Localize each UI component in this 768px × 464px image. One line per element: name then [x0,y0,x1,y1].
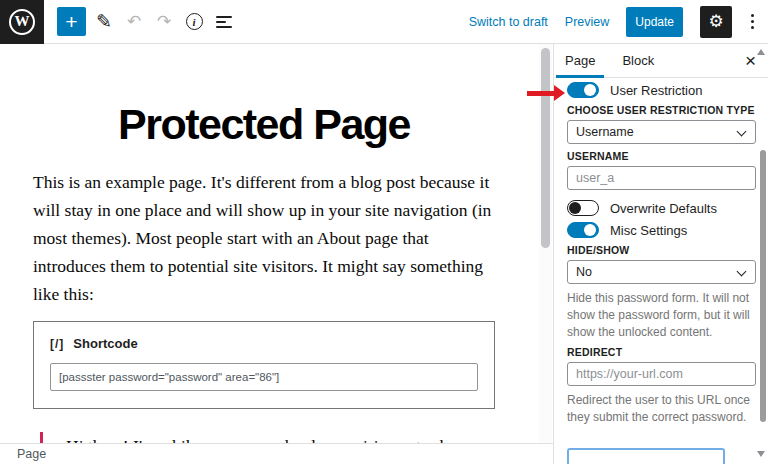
undo-button[interactable]: ↶ [122,10,146,34]
chevron-down-icon [737,127,747,137]
editor-canvas: Protected Page This is an example page. … [0,44,553,443]
pencil-icon: ✎ [96,10,112,33]
overwrite-defaults-label: Overwrite Defaults [610,201,717,216]
info-icon: i [186,13,203,30]
misc-settings-label: Misc Settings [610,223,687,238]
gear-icon: ⚙ [708,11,723,32]
quote-paragraph[interactable]: Hi there! I'm a bike messenger by day, a… [40,432,495,443]
scroll-up-icon[interactable] [757,49,765,55]
partial-bottom-field[interactable] [567,448,725,464]
misc-settings-row: Misc Settings [567,222,756,238]
username-label: USERNAME [567,150,756,162]
overwrite-defaults-row: Overwrite Defaults [567,200,756,216]
undo-icon: ↶ [127,11,141,32]
edit-tool-button[interactable]: ✎ [92,10,116,34]
intro-paragraph[interactable]: This is an example page. It's different … [33,168,495,308]
page-title[interactable]: Protected Page [33,100,495,149]
close-sidebar-button[interactable]: × [745,51,756,70]
preview-link[interactable]: Preview [565,15,609,29]
more-vertical-icon [751,14,754,17]
shortcode-block[interactable]: [/] Shortcode [33,321,495,409]
redirect-label: REDIRECT [567,346,756,358]
editor-footer: Page [0,443,553,464]
redo-button[interactable]: ↷ [152,10,176,34]
breadcrumb[interactable]: Page [17,447,46,461]
redirect-input[interactable] [567,362,756,386]
canvas-scrollbar-thumb[interactable] [541,48,550,248]
switch-to-draft-link[interactable]: Switch to draft [469,15,548,29]
shortcode-icon: [/] [50,337,64,351]
close-icon: × [745,50,756,71]
list-view-icon [216,16,232,28]
redo-icon: ↷ [157,11,171,32]
wordpress-logo-icon: W [9,9,35,35]
shortcode-block-header: [/] Shortcode [50,336,478,351]
settings-sidebar: Page Block × User Restriction CHOOSE USE… [553,44,768,464]
wordpress-block-editor: W + ✎ ↶ ↷ i Switch to draft Preview Upda… [0,0,768,464]
sidebar-scrollbar-thumb[interactable] [760,150,766,422]
wordpress-logo-button[interactable]: W [0,0,44,44]
tab-block[interactable]: Block [613,44,663,77]
redirect-help: Redirect the user to this URL once they … [567,392,756,426]
page-content: Protected Page This is an example page. … [33,100,495,443]
misc-settings-toggle[interactable] [567,222,599,238]
plus-icon: + [65,10,77,34]
options-menu-button[interactable] [749,12,756,31]
settings-toggle-button[interactable]: ⚙ [700,6,732,38]
details-button[interactable]: i [182,10,206,34]
scroll-down-icon[interactable] [757,451,765,457]
update-button[interactable]: Update [626,7,683,37]
list-view-button[interactable] [212,10,236,34]
restriction-type-label: CHOOSE USER RESTRICTION TYPE [567,104,756,116]
restriction-type-select[interactable]: Username [567,120,756,144]
tab-page[interactable]: Page [556,44,604,77]
user-restriction-toggle[interactable] [567,82,599,98]
sidebar-tabs: Page Block × [554,44,768,78]
page-settings-panel: User Restriction CHOOSE USER RESTRICTION… [554,82,768,426]
user-restriction-label: User Restriction [610,83,702,98]
username-input[interactable] [567,166,756,190]
user-restriction-row: User Restriction [567,82,756,98]
overwrite-defaults-toggle[interactable] [567,200,599,216]
hide-show-help: Hide this password form. It will not sho… [567,290,756,340]
toolbar-actions: Switch to draft Preview Update ⚙ [469,6,768,38]
chevron-down-icon [737,267,747,277]
shortcode-block-label: Shortcode [73,336,137,351]
add-block-button[interactable]: + [57,7,86,36]
hide-show-label: HIDE/SHOW [567,244,756,256]
shortcode-input[interactable] [50,363,478,391]
hide-show-select[interactable]: No [567,260,756,284]
editor-toolbar: W + ✎ ↶ ↷ i Switch to draft Preview Upda… [0,0,768,44]
